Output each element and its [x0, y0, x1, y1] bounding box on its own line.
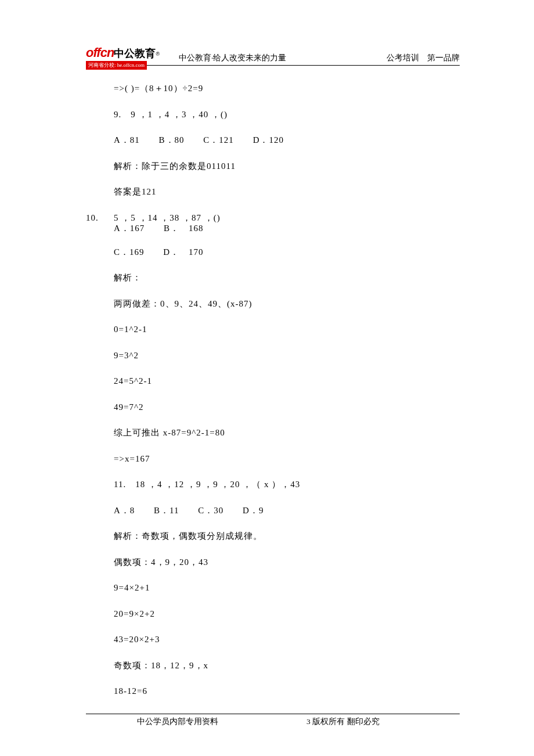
q11-odd-terms: 奇数项：18，12，9，x — [86, 659, 460, 672]
page-header: offcn中公教育® 河南省分校: he.offcn.com 中公教育·给人改变… — [86, 45, 460, 66]
q9-answer: 答案是121 — [86, 185, 460, 199]
q11-odd-calc-1: 18-12=6 — [86, 685, 460, 698]
logo-url: 河南省分校: he.offcn.com — [86, 61, 147, 70]
document-body: =>( )=（8＋10）÷2=9 9. 9 ，1 ，4 ，3 ，40 ，() A… — [86, 82, 460, 698]
header-brand: 公考培训 第一品牌 — [387, 53, 460, 63]
q9-opt-d: D．120 — [253, 134, 284, 147]
q10-opt-a: A．167 — [114, 222, 145, 235]
q10-options-cd: C．169 D． 170 — [86, 246, 460, 259]
footer-right: 3 版权所有 翻印必究 — [306, 717, 380, 727]
q9-opt-c: C．121 — [203, 134, 234, 147]
q11-even-calc-3: 43=20×2+3 — [86, 633, 460, 646]
logo-trademark: ® — [156, 51, 160, 57]
q11-even-calc-2: 20=9×2+2 — [86, 607, 460, 621]
q10-calc-4: 49=7^2 — [86, 401, 460, 414]
q9-explanation: 解析：除于三的余数是011011 — [86, 160, 460, 173]
q11-opt-c: C．30 — [198, 504, 223, 517]
q10-calc-2: 9=3^2 — [86, 349, 460, 362]
q11-even-calc-1: 9=4×2+1 — [86, 581, 460, 595]
q10-options-ab: A．167 B． 168 — [86, 222, 460, 235]
q10-opt-c: C．169 — [114, 246, 145, 259]
q10-number: 10. — [86, 211, 114, 225]
q9-opt-b: B．80 — [159, 134, 185, 147]
q10-opt-b: B． 168 — [164, 222, 204, 235]
q11-opt-a: A．8 — [114, 504, 135, 517]
q10-opt-d: D． 170 — [163, 246, 203, 259]
prev-conclusion: =>( )=（8＋10）÷2=9 — [86, 82, 460, 95]
footer-left: 中公学员内部专用资料 — [137, 717, 218, 727]
q10-explanation-label: 解析： — [86, 271, 460, 285]
q10-differences: 两两做差：0、9、24、49、(x-87) — [86, 297, 460, 311]
q11-stem: 11. 18 ，4 ，12 ，9 ，9 ，20 ，（ x ），43 — [86, 478, 460, 491]
q9-options: A．81 B．80 C．121 D．120 — [86, 134, 460, 147]
q11-options: A．8 B．11 C．30 D．9 — [86, 504, 460, 517]
logo-en: offcn — [86, 45, 114, 60]
page-footer: 中公学员内部专用资料 3 版权所有 翻印必究 — [86, 714, 460, 717]
q11-opt-b: B．11 — [154, 504, 179, 517]
q10-calc-1: 0=1^2-1 — [86, 323, 460, 336]
q9-stem: 9. 9 ，1 ，4 ，3 ，40 ，() — [86, 108, 460, 121]
q10-result: =>x=167 — [86, 452, 460, 466]
logo-cn: 中公教育 — [114, 48, 156, 59]
q9-opt-a: A．81 — [114, 134, 140, 147]
q11-explanation: 解析：奇数项，偶数项分别成规律。 — [86, 530, 460, 543]
q10-conclusion: 综上可推出 x-87=9^2-1=80 — [86, 426, 460, 440]
q11-even-terms: 偶数项：4，9，20，43 — [86, 556, 460, 569]
q10-calc-3: 24=5^2-1 — [86, 375, 460, 388]
header-tagline: 中公教育·给人改变未来的力量 — [179, 53, 286, 63]
q11-opt-d: D．9 — [243, 504, 264, 517]
